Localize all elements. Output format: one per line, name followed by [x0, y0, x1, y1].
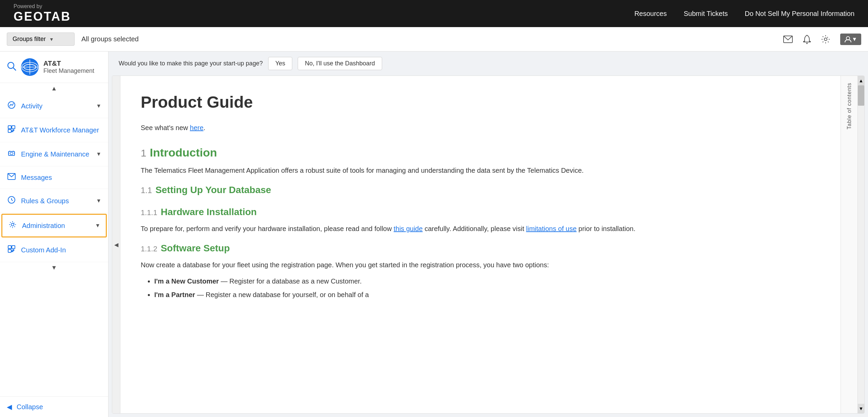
sidebar-item-messages[interactable]: Messages [0, 166, 108, 189]
scroll-up-button[interactable]: ▲ [0, 83, 108, 94]
svg-rect-21 [12, 246, 15, 249]
svg-rect-20 [8, 246, 11, 249]
company-name: AT&T Fleet Management [43, 60, 94, 75]
section-1-1-1-heading: 1.1.1 Hardware Installation [141, 205, 820, 220]
mail-icon [783, 36, 793, 43]
vertical-scrollbar[interactable]: ▲ ▼ [857, 76, 864, 413]
yes-button[interactable]: Yes [268, 57, 292, 70]
startup-bar: Would you like to make this page your st… [108, 51, 868, 76]
section-1-1-1-number: 1.1.1 [141, 207, 157, 218]
svg-point-2 [824, 38, 827, 41]
chevron-down-icon: ▼ [96, 151, 101, 157]
custom-addon-label: Custom Add-In [21, 246, 101, 254]
collapse-sidebar-button[interactable]: ◀ Collapse [0, 396, 108, 417]
limitations-link[interactable]: limitations of use [526, 225, 577, 232]
section-1-1-2-body: Now create a database for your fleet usi… [141, 259, 820, 270]
workforce-label: AT&T Workforce Manager [21, 126, 101, 134]
top-nav: Resources Submit Tickets Do Not Sell My … [634, 10, 854, 18]
sidebar-item-administration[interactable]: Administration ▼ [1, 214, 107, 237]
doc-title: Product Guide [141, 89, 820, 116]
svg-rect-22 [8, 249, 11, 252]
mail-icon-button[interactable] [783, 36, 793, 43]
top-bar: Powered by GEOTAB Resources Submit Ticke… [0, 0, 868, 27]
search-icon[interactable] [7, 61, 16, 73]
settings-icon-button[interactable] [821, 35, 830, 44]
section-1-1-1-title: Hardware Installation [161, 205, 257, 220]
messages-label: Messages [21, 174, 101, 182]
main-layout: AT&T Fleet Management ▲ Activity ▼ [0, 51, 868, 417]
this-guide-link[interactable]: this guide [394, 225, 423, 232]
sidebar-item-workforce[interactable]: AT&T Workforce Manager [0, 118, 108, 142]
sidebar-item-activity[interactable]: Activity ▼ [0, 94, 108, 118]
bullet-1-text: — Register for a database as a new Custo… [219, 277, 361, 285]
gear-icon [821, 35, 830, 44]
chart-icon [7, 101, 16, 111]
submit-tickets-link[interactable]: Submit Tickets [684, 10, 728, 18]
engine-label: Engine & Maintenance [21, 150, 91, 158]
scroll-down-arrow[interactable]: ▼ [858, 404, 864, 413]
bullet-2-bold: I'm a Partner [154, 291, 195, 298]
section-1-body: The Telematics Fleet Management Applicat… [141, 165, 820, 176]
puzzle-icon [7, 125, 16, 135]
activity-label: Activity [21, 102, 91, 110]
chevron-down-icon: ▼ [95, 223, 100, 229]
brand-name: GEOTAB [14, 9, 71, 24]
scroll-up-arrow[interactable]: ▲ [858, 76, 864, 85]
document-content: Product Guide See what's new here. 1 Int… [120, 76, 841, 413]
rules-label: Rules & Groups [21, 197, 91, 205]
groups-bar: Groups filter ▼ All groups selected [0, 27, 868, 51]
rules-icon [7, 196, 16, 206]
bell-icon [803, 35, 811, 44]
section-1-1-heading: 1.1 Setting Up Your Database [141, 183, 820, 198]
bullet-1-bold: I'm a New Customer [154, 277, 219, 285]
logo-area: Powered by GEOTAB [14, 3, 71, 24]
sidebar-item-custom-addon[interactable]: Custom Add-In [0, 238, 108, 262]
bell-icon-button[interactable] [803, 35, 811, 44]
section-1-1-2-title: Software Setup [161, 241, 230, 256]
svg-rect-13 [12, 126, 15, 129]
sidebar-item-engine[interactable]: Engine & Maintenance ▼ [0, 142, 108, 166]
engine-icon [7, 149, 16, 159]
body-mid: carefully. Additionally, please visit [423, 225, 526, 232]
bullet-item-2: I'm a Partner — Register a new database … [154, 289, 820, 300]
resources-link[interactable]: Resources [634, 10, 667, 18]
envelope-icon [7, 173, 16, 182]
section-1-1-number: 1.1 [141, 184, 152, 197]
scroll-track [858, 85, 864, 404]
bullet-item-1: I'm a New Customer — Register for a data… [154, 276, 820, 287]
scroll-down-button[interactable]: ▼ [0, 262, 108, 273]
table-of-contents-panel[interactable]: Table of contents [841, 76, 857, 413]
svg-line-5 [13, 68, 16, 70]
user-icon [844, 36, 852, 43]
att-logo [21, 58, 39, 76]
svg-rect-16 [10, 152, 13, 154]
company-line2: Fleet Management [43, 67, 94, 75]
section-1-title: Introduction [150, 143, 217, 162]
powered-by-text: Powered by [14, 3, 42, 9]
document-container: ◀ Product Guide See what's new here. 1 I… [112, 76, 865, 414]
body-suffix: prior to installation. [577, 225, 635, 232]
body-prefix: To prepare for, perform and verify your … [141, 225, 394, 232]
chevron-left-icon: ◀ [114, 242, 118, 248]
sidebar-item-rules[interactable]: Rules & Groups ▼ [0, 189, 108, 213]
user-icon-button[interactable]: ▼ [840, 34, 861, 45]
company-line1: AT&T [43, 60, 94, 67]
section-1-1-title: Setting Up Your Database [155, 183, 271, 198]
groups-filter-label: Groups filter [13, 36, 46, 43]
section-1-heading: 1 Introduction [141, 143, 820, 162]
do-not-sell-link[interactable]: Do Not Sell My Personal Information [745, 10, 854, 18]
administration-label: Administration [22, 222, 90, 230]
scroll-thumb[interactable] [858, 85, 864, 106]
collapse-icon: ◀ [7, 403, 12, 411]
here-link[interactable]: here [190, 124, 203, 131]
bullet-2-text: — Register a new database for yourself, … [195, 291, 369, 298]
groups-selected-text: All groups selected [81, 35, 776, 43]
groups-filter-button[interactable]: Groups filter ▼ [7, 33, 75, 46]
section-1-number: 1 [141, 145, 146, 161]
sidebar-nav: ▲ Activity ▼ [0, 83, 108, 396]
svg-point-1 [806, 43, 808, 44]
chevron-down-icon: ▼ [96, 103, 101, 109]
collapse-panel-button[interactable]: ◀ [112, 76, 120, 413]
chevron-down-icon: ▼ [852, 36, 857, 42]
no-dashboard-button[interactable]: No, I'll use the Dashboard [298, 57, 382, 70]
